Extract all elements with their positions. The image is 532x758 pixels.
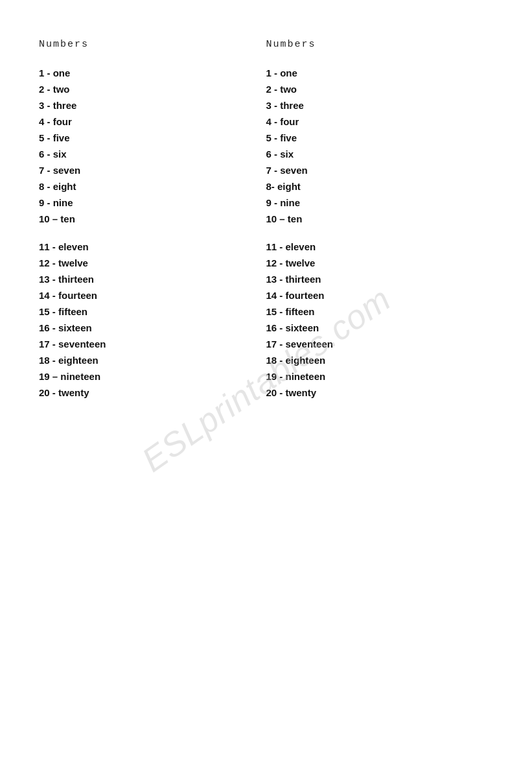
list-item: 2 - two [266, 84, 481, 94]
list-item: 18 - eighteen [39, 355, 253, 365]
column-right-list: 1 - one 2 - two 3 - three 4 - four 5 - f… [266, 68, 481, 397]
list-item: 18 - eighteen [266, 355, 481, 365]
column-right-group-1: 1 - one 2 - two 3 - three 4 - four 5 - f… [266, 68, 481, 224]
column-left-list: 1 - one 2 - two 3 - three 4 - four 5 - f… [39, 68, 253, 397]
list-item: 15 - fifteen [266, 307, 481, 316]
list-item: 13 - thirteen [266, 274, 481, 284]
list-item: 7 - seven [39, 165, 253, 175]
list-item: 11 - eleven [39, 242, 253, 252]
columns-container: Numbers 1 - one 2 - two 3 - three 4 - fo… [39, 39, 493, 404]
list-item: 6 - six [39, 149, 253, 159]
column-left: Numbers 1 - one 2 - two 3 - three 4 - fo… [39, 39, 266, 404]
list-item: 5 - five [39, 133, 253, 143]
list-item: 10 – ten [266, 214, 481, 224]
list-item: 10 – ten [39, 214, 253, 224]
group-spacer [39, 230, 253, 242]
list-item: 14 - fourteen [266, 290, 481, 300]
list-item: 17 - seventeen [39, 339, 253, 349]
list-item: 12 - twelve [39, 258, 253, 268]
list-item: 15 - fifteen [39, 307, 253, 316]
column-right-title: Numbers [266, 39, 481, 50]
column-left-group-2: 11 - eleven 12 - twelve 13 - thirteen 14… [39, 242, 253, 397]
list-item: 20 - twenty [266, 388, 481, 397]
list-item: 19 – nineteen [39, 372, 253, 381]
list-item: 6 - six [266, 149, 481, 159]
list-item: 14 - fourteen [39, 290, 253, 300]
list-item: 1 - one [39, 68, 253, 78]
list-item: 12 - twelve [266, 258, 481, 268]
list-item: 8 - eight [39, 182, 253, 191]
list-item: 8- eight [266, 182, 481, 191]
list-item: 3 - three [266, 101, 481, 110]
list-item: 5 - five [266, 133, 481, 143]
list-item: 17 - seventeen [266, 339, 481, 349]
list-item: 2 - two [39, 84, 253, 94]
list-item: 3 - three [39, 101, 253, 110]
list-item: 19 - nineteen [266, 372, 481, 381]
list-item: 13 - thirteen [39, 274, 253, 284]
list-item: 7 - seven [266, 165, 481, 175]
list-item: 16 - sixteen [39, 323, 253, 333]
list-item: 4 - four [39, 117, 253, 126]
list-item: 9 - nine [39, 198, 253, 207]
list-item: 16 - sixteen [266, 323, 481, 333]
column-right-group-2: 11 - eleven 12 - twelve 13 - thirteen 14… [266, 242, 481, 397]
page: ESLprintables.com Numbers 1 - one 2 - tw… [0, 0, 532, 758]
list-item: 1 - one [266, 68, 481, 78]
group-spacer [266, 230, 481, 242]
list-item: 4 - four [266, 117, 481, 126]
list-item: 20 - twenty [39, 388, 253, 397]
list-item: 9 - nine [266, 198, 481, 207]
column-right: Numbers 1 - one 2 - two 3 - three 4 - fo… [266, 39, 494, 404]
column-left-group-1: 1 - one 2 - two 3 - three 4 - four 5 - f… [39, 68, 253, 224]
column-left-title: Numbers [39, 39, 253, 50]
list-item: 11 - eleven [266, 242, 481, 252]
